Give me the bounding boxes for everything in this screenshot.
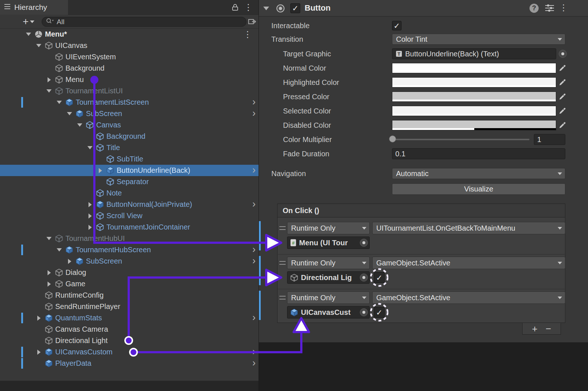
- object-picker-icon[interactable]: [559, 50, 567, 58]
- open-prefab-arrow-icon[interactable]: ›: [252, 256, 256, 267]
- hierarchy-item-uicanvascustom[interactable]: UICanvasCustom›: [0, 346, 259, 358]
- presets-icon[interactable]: [545, 4, 554, 14]
- create-object-button[interactable]: +: [23, 16, 34, 27]
- pressed-color-swatch[interactable]: [392, 92, 556, 102]
- hierarchy-item-runtimeconfig[interactable]: RuntimeConfig: [0, 290, 259, 301]
- hierarchy-item-tournamentlistui[interactable]: TournamentListUI: [0, 85, 259, 97]
- setactive-checkbox[interactable]: ✓: [374, 307, 385, 318]
- open-prefab-arrow-icon[interactable]: ›: [252, 346, 256, 358]
- expand-arrow-icon[interactable]: [34, 44, 44, 47]
- hierarchy-item-quantumstats[interactable]: QuantumStats›: [0, 312, 259, 324]
- hierarchy-item-playerdata[interactable]: PlayerData›: [0, 358, 259, 369]
- expand-arrow-icon[interactable]: [54, 101, 64, 104]
- event-function-dropdown[interactable]: UITournamentList.OnGetBackToMainMenu: [372, 222, 565, 234]
- highlighted-color-swatch[interactable]: [392, 77, 556, 87]
- color-multiplier-slider[interactable]: [392, 139, 529, 140]
- open-prefab-arrow-icon[interactable]: ›: [252, 244, 256, 256]
- hierarchy-item-buttonnormal-joinprivate[interactable]: ButtonNormal(JoinPrivate)›: [0, 199, 259, 210]
- hierarchy-item-tournamenthubui[interactable]: TournamentHubUI: [0, 233, 259, 244]
- event-target-field[interactable]: Directional Lig: [287, 271, 370, 284]
- event-target-field[interactable]: # Menu (UI Tour: [287, 237, 370, 249]
- hierarchy-item-background[interactable]: Background: [0, 131, 259, 142]
- hierarchy-item-title[interactable]: Title: [0, 142, 259, 153]
- hierarchy-item-subtitle[interactable]: SubTitle: [0, 153, 259, 165]
- hierarchy-item-tournamentlistscreen[interactable]: TournamentListScreen›: [0, 97, 259, 108]
- expand-arrow-icon[interactable]: [34, 316, 44, 321]
- selected-color-swatch[interactable]: [392, 106, 556, 116]
- expand-arrow-icon[interactable]: [85, 146, 95, 149]
- normal-color-swatch[interactable]: [392, 63, 556, 73]
- event-mode-dropdown[interactable]: Runtime Only: [287, 222, 370, 234]
- hierarchy-item-menu[interactable]: Menu*⋮: [0, 29, 259, 40]
- hierarchy-menu-icon[interactable]: ⋮: [244, 3, 253, 12]
- hierarchy-item-subscreen[interactable]: SubScreen›: [0, 108, 259, 119]
- hierarchy-item-tournamenthubscreen[interactable]: TournamentHubScreen›: [0, 244, 259, 256]
- component-enabled-checkbox[interactable]: ✓: [290, 3, 300, 13]
- eyedropper-icon[interactable]: [558, 78, 567, 88]
- open-prefab-arrow-icon[interactable]: ›: [252, 108, 256, 119]
- interactable-checkbox[interactable]: ✓: [392, 21, 402, 30]
- hierarchy-item-separator[interactable]: Separator: [0, 176, 259, 187]
- hierarchy-item-buttonunderline-back[interactable]: ButtonUnderline(Back)›: [0, 165, 259, 176]
- open-prefab-arrow-icon[interactable]: ›: [252, 199, 256, 210]
- visualize-button[interactable]: Visualize: [392, 183, 565, 195]
- event-function-dropdown[interactable]: GameObject.SetActive: [372, 257, 565, 269]
- hierarchy-item-canvas-camera[interactable]: Canvas Camera: [0, 324, 259, 335]
- navigation-dropdown[interactable]: Automatic: [392, 168, 565, 179]
- fade-duration-field[interactable]: 0.1: [392, 148, 565, 159]
- hierarchy-item-note[interactable]: Note: [0, 187, 259, 199]
- hierarchy-item-sendruntimeplayer[interactable]: SendRuntimePlayer: [0, 301, 259, 312]
- hierarchy-item-subscreen[interactable]: SubScreen›: [0, 256, 259, 267]
- hierarchy-tab[interactable]: Hierarchy: [0, 0, 68, 15]
- hierarchy-item-uieventsystem[interactable]: UIEventSystem: [0, 51, 259, 63]
- foldout-arrow-icon[interactable]: [263, 7, 269, 10]
- remove-event-button[interactable]: −: [546, 324, 551, 334]
- object-picker-icon[interactable]: [360, 239, 368, 247]
- scene-menu-icon[interactable]: ⋮: [243, 30, 252, 39]
- event-target-field[interactable]: UICanvasCust: [287, 306, 370, 319]
- expand-arrow-icon[interactable]: [44, 270, 54, 275]
- color-multiplier-field[interactable]: 1: [534, 134, 565, 145]
- expand-arrow-icon[interactable]: [85, 225, 95, 230]
- expand-arrow-icon[interactable]: [64, 259, 75, 264]
- expand-arrow-icon[interactable]: [64, 112, 75, 115]
- expand-arrow-icon[interactable]: [85, 202, 95, 207]
- expand-arrow-icon[interactable]: [95, 168, 105, 173]
- eyedropper-icon[interactable]: [558, 121, 567, 131]
- eyedropper-icon[interactable]: [558, 64, 567, 74]
- disabled-color-swatch[interactable]: [392, 120, 556, 130]
- event-mode-dropdown[interactable]: Runtime Only: [287, 257, 370, 269]
- expand-arrow-icon[interactable]: [44, 77, 54, 82]
- hierarchy-item-menu[interactable]: Menu: [0, 74, 259, 85]
- open-prefab-arrow-icon[interactable]: ›: [252, 97, 256, 108]
- eyedropper-icon[interactable]: [558, 107, 567, 117]
- object-picker-icon[interactable]: [360, 308, 368, 316]
- hierarchy-item-scroll-view[interactable]: Scroll View: [0, 210, 259, 221]
- expand-arrow-icon[interactable]: [44, 282, 54, 287]
- hierarchy-item-directional-light[interactable]: Directional Light: [0, 335, 259, 346]
- transition-dropdown[interactable]: Color Tint: [392, 34, 565, 45]
- drag-handle-icon[interactable]: [279, 261, 286, 265]
- setactive-checkbox[interactable]: ✓: [374, 272, 385, 283]
- search-input[interactable]: All: [42, 17, 246, 27]
- drag-handle-icon[interactable]: [279, 226, 286, 230]
- eyedropper-icon[interactable]: [558, 92, 567, 103]
- open-prefab-arrow-icon[interactable]: ›: [252, 312, 256, 324]
- expand-arrow-icon[interactable]: [54, 248, 64, 252]
- expand-arrow-icon[interactable]: [44, 237, 54, 240]
- object-picker-icon[interactable]: [360, 273, 368, 282]
- expand-arrow-icon[interactable]: [44, 89, 54, 93]
- expand-arrow-icon[interactable]: [23, 33, 34, 36]
- expand-arrow-icon[interactable]: [75, 123, 85, 127]
- event-mode-dropdown[interactable]: Runtime Only: [287, 291, 370, 304]
- hierarchy-item-uicanvas[interactable]: UICanvas: [0, 40, 259, 51]
- hierarchy-item-dialog[interactable]: Dialog: [0, 267, 259, 278]
- open-prefab-arrow-icon[interactable]: ›: [252, 165, 256, 176]
- add-event-button[interactable]: +: [532, 324, 538, 334]
- drag-handle-icon[interactable]: [279, 296, 286, 299]
- slider-knob[interactable]: [389, 135, 396, 142]
- hierarchy-item-background[interactable]: Background: [0, 63, 259, 74]
- help-icon[interactable]: ?: [529, 4, 539, 13]
- expand-arrow-icon[interactable]: [34, 350, 44, 355]
- search-window-icon[interactable]: [248, 18, 257, 27]
